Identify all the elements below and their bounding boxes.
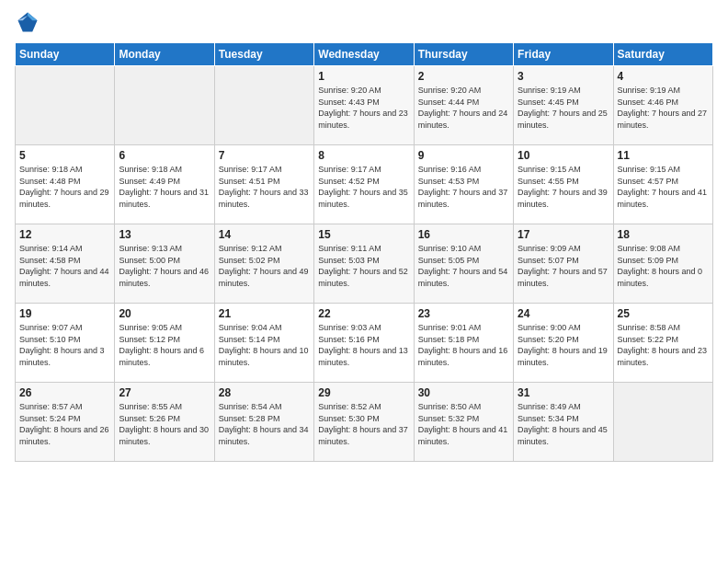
day-number: 23 — [418, 307, 509, 320]
day-number: 7 — [219, 149, 310, 162]
day-cell: 3Sunrise: 9:19 AM Sunset: 4:45 PM Daylig… — [514, 66, 613, 145]
day-info: Sunrise: 9:13 AM Sunset: 5:00 PM Dayligh… — [119, 243, 210, 289]
day-number: 3 — [518, 70, 609, 83]
day-info: Sunrise: 8:52 AM Sunset: 5:30 PM Dayligh… — [318, 401, 409, 447]
day-number: 31 — [518, 386, 609, 399]
day-info: Sunrise: 9:05 AM Sunset: 5:12 PM Dayligh… — [119, 322, 210, 368]
day-number: 21 — [219, 307, 310, 320]
day-number: 5 — [19, 149, 110, 162]
day-number: 11 — [618, 149, 709, 162]
header-monday: Monday — [115, 43, 214, 66]
day-info: Sunrise: 8:57 AM Sunset: 5:24 PM Dayligh… — [19, 401, 110, 447]
header-wednesday: Wednesday — [314, 43, 414, 66]
day-info: Sunrise: 9:14 AM Sunset: 4:58 PM Dayligh… — [19, 243, 110, 289]
day-cell: 17Sunrise: 9:09 AM Sunset: 5:07 PM Dayli… — [514, 224, 613, 304]
day-number: 14 — [219, 228, 310, 241]
week-row-1: 1Sunrise: 9:20 AM Sunset: 4:43 PM Daylig… — [16, 66, 713, 145]
week-row-5: 26Sunrise: 8:57 AM Sunset: 5:24 PM Dayli… — [16, 383, 713, 462]
page: SundayMondayTuesdayWednesdayThursdayFrid… — [0, 0, 728, 471]
day-number: 26 — [19, 386, 110, 399]
day-cell: 15Sunrise: 9:11 AM Sunset: 5:03 PM Dayli… — [314, 224, 414, 304]
day-number: 12 — [19, 228, 110, 241]
day-cell: 2Sunrise: 9:20 AM Sunset: 4:44 PM Daylig… — [414, 66, 513, 145]
day-cell — [613, 383, 712, 462]
day-info: Sunrise: 9:17 AM Sunset: 4:52 PM Dayligh… — [318, 164, 409, 210]
day-number: 24 — [518, 307, 609, 320]
day-cell — [16, 66, 115, 145]
day-info: Sunrise: 9:19 AM Sunset: 4:45 PM Dayligh… — [518, 85, 609, 131]
header-thursday: Thursday — [414, 43, 513, 66]
header-tuesday: Tuesday — [214, 43, 313, 66]
calendar-table: SundayMondayTuesdayWednesdayThursdayFrid… — [15, 42, 713, 462]
day-cell: 7Sunrise: 9:17 AM Sunset: 4:51 PM Daylig… — [214, 145, 313, 224]
day-number: 6 — [119, 149, 210, 162]
day-cell: 6Sunrise: 9:18 AM Sunset: 4:49 PM Daylig… — [115, 145, 214, 224]
day-number: 4 — [618, 70, 709, 83]
day-cell: 28Sunrise: 8:54 AM Sunset: 5:28 PM Dayli… — [214, 383, 313, 462]
day-cell: 31Sunrise: 8:49 AM Sunset: 5:34 PM Dayli… — [514, 383, 613, 462]
day-number: 2 — [418, 70, 509, 83]
day-cell: 13Sunrise: 9:13 AM Sunset: 5:00 PM Dayli… — [115, 224, 214, 304]
day-number: 28 — [219, 386, 310, 399]
day-cell: 25Sunrise: 8:58 AM Sunset: 5:22 PM Dayli… — [613, 304, 712, 383]
day-info: Sunrise: 9:03 AM Sunset: 5:16 PM Dayligh… — [318, 322, 409, 368]
day-info: Sunrise: 9:20 AM Sunset: 4:43 PM Dayligh… — [318, 85, 409, 131]
day-info: Sunrise: 8:50 AM Sunset: 5:32 PM Dayligh… — [418, 401, 509, 447]
header — [15, 9, 713, 35]
day-number: 13 — [119, 228, 210, 241]
day-number: 18 — [618, 228, 709, 241]
calendar-header-row: SundayMondayTuesdayWednesdayThursdayFrid… — [16, 43, 713, 66]
day-number: 10 — [518, 149, 609, 162]
day-number: 29 — [318, 386, 409, 399]
day-cell: 9Sunrise: 9:16 AM Sunset: 4:53 PM Daylig… — [414, 145, 513, 224]
day-cell: 23Sunrise: 9:01 AM Sunset: 5:18 PM Dayli… — [414, 304, 513, 383]
header-friday: Friday — [514, 43, 613, 66]
day-cell: 8Sunrise: 9:17 AM Sunset: 4:52 PM Daylig… — [314, 145, 414, 224]
day-cell: 22Sunrise: 9:03 AM Sunset: 5:16 PM Dayli… — [314, 304, 414, 383]
header-sunday: Sunday — [16, 43, 115, 66]
day-cell — [115, 66, 214, 145]
day-cell: 18Sunrise: 9:08 AM Sunset: 5:09 PM Dayli… — [613, 224, 712, 304]
day-cell: 19Sunrise: 9:07 AM Sunset: 5:10 PM Dayli… — [16, 304, 115, 383]
day-cell: 14Sunrise: 9:12 AM Sunset: 5:02 PM Dayli… — [214, 224, 313, 304]
day-number: 27 — [119, 386, 210, 399]
day-info: Sunrise: 8:58 AM Sunset: 5:22 PM Dayligh… — [618, 322, 709, 368]
day-info: Sunrise: 9:18 AM Sunset: 4:49 PM Dayligh… — [119, 164, 210, 210]
day-cell: 11Sunrise: 9:15 AM Sunset: 4:57 PM Dayli… — [613, 145, 712, 224]
day-cell: 12Sunrise: 9:14 AM Sunset: 4:58 PM Dayli… — [16, 224, 115, 304]
day-info: Sunrise: 9:07 AM Sunset: 5:10 PM Dayligh… — [19, 322, 110, 368]
day-cell: 30Sunrise: 8:50 AM Sunset: 5:32 PM Dayli… — [414, 383, 513, 462]
day-number: 15 — [318, 228, 409, 241]
day-info: Sunrise: 9:04 AM Sunset: 5:14 PM Dayligh… — [219, 322, 310, 368]
header-saturday: Saturday — [613, 43, 712, 66]
week-row-2: 5Sunrise: 9:18 AM Sunset: 4:48 PM Daylig… — [16, 145, 713, 224]
day-number: 20 — [119, 307, 210, 320]
day-number: 8 — [318, 149, 409, 162]
day-number: 17 — [518, 228, 609, 241]
day-cell: 10Sunrise: 9:15 AM Sunset: 4:55 PM Dayli… — [514, 145, 613, 224]
day-cell: 26Sunrise: 8:57 AM Sunset: 5:24 PM Dayli… — [16, 383, 115, 462]
day-cell: 24Sunrise: 9:00 AM Sunset: 5:20 PM Dayli… — [514, 304, 613, 383]
day-cell: 20Sunrise: 9:05 AM Sunset: 5:12 PM Dayli… — [115, 304, 214, 383]
day-info: Sunrise: 9:18 AM Sunset: 4:48 PM Dayligh… — [19, 164, 110, 210]
week-row-4: 19Sunrise: 9:07 AM Sunset: 5:10 PM Dayli… — [16, 304, 713, 383]
day-info: Sunrise: 9:19 AM Sunset: 4:46 PM Dayligh… — [618, 85, 709, 131]
day-number: 25 — [618, 307, 709, 320]
day-number: 19 — [19, 307, 110, 320]
day-info: Sunrise: 9:15 AM Sunset: 4:55 PM Dayligh… — [518, 164, 609, 210]
day-number: 16 — [418, 228, 509, 241]
day-info: Sunrise: 9:16 AM Sunset: 4:53 PM Dayligh… — [418, 164, 509, 210]
day-info: Sunrise: 9:15 AM Sunset: 4:57 PM Dayligh… — [618, 164, 709, 210]
day-info: Sunrise: 8:54 AM Sunset: 5:28 PM Dayligh… — [219, 401, 310, 447]
day-cell: 21Sunrise: 9:04 AM Sunset: 5:14 PM Dayli… — [214, 304, 313, 383]
day-number: 9 — [418, 149, 509, 162]
day-info: Sunrise: 8:55 AM Sunset: 5:26 PM Dayligh… — [119, 401, 210, 447]
day-info: Sunrise: 9:20 AM Sunset: 4:44 PM Dayligh… — [418, 85, 509, 131]
day-cell: 27Sunrise: 8:55 AM Sunset: 5:26 PM Dayli… — [115, 383, 214, 462]
day-cell: 4Sunrise: 9:19 AM Sunset: 4:46 PM Daylig… — [613, 66, 712, 145]
day-cell: 16Sunrise: 9:10 AM Sunset: 5:05 PM Dayli… — [414, 224, 513, 304]
day-cell — [214, 66, 313, 145]
day-cell: 1Sunrise: 9:20 AM Sunset: 4:43 PM Daylig… — [314, 66, 414, 145]
week-row-3: 12Sunrise: 9:14 AM Sunset: 4:58 PM Dayli… — [16, 224, 713, 304]
day-info: Sunrise: 9:11 AM Sunset: 5:03 PM Dayligh… — [318, 243, 409, 289]
